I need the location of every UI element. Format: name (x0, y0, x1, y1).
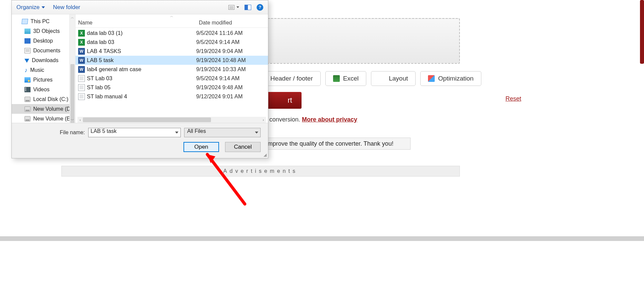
i-3d-icon (24, 29, 31, 34)
file-name: ST Lab 03 (87, 75, 196, 82)
excel-button[interactable]: Excel (325, 71, 366, 86)
file-open-dialog: Organize New folder ? This PC3D ObjectsD… (11, 0, 268, 158)
file-date: 9/5/2024 9:14 AM (196, 39, 268, 45)
tree-item[interactable]: Desktop (12, 36, 75, 46)
txt-file-icon (78, 75, 85, 82)
i-mus-icon: ♪ (24, 68, 28, 72)
file-date: 9/19/2024 10:33 AM (196, 66, 268, 72)
file-date: 9/12/2024 9:01 AM (196, 93, 268, 100)
file-date: 9/19/2024 9:04 AM (196, 48, 268, 54)
i-dl-icon (24, 59, 29, 63)
file-type-filter[interactable]: All Files (184, 128, 261, 137)
page-scrollbar[interactable] (639, 0, 644, 221)
tree-item-label: Videos (33, 87, 50, 93)
tree-item[interactable]: Documents (12, 46, 75, 55)
file-row[interactable]: lab4 general atm case9/19/2024 10:33 AM (75, 65, 268, 74)
tree-scrollbar[interactable]: ︿﹀ (69, 14, 75, 123)
tree-item-label: Pictures (33, 77, 53, 83)
file-name: data lab 03 (87, 39, 196, 45)
file-rows: data lab 03 (1)9/5/2024 11:16 AMdata lab… (75, 29, 268, 117)
scroll-right-icon[interactable]: › (261, 118, 266, 122)
tree-item[interactable]: Videos (12, 85, 75, 94)
file-name: ST lab 05 (87, 84, 196, 91)
options-toolbar: Header / footer Excel Layout Optimizatio… (253, 71, 481, 86)
resize-grip-icon[interactable] (263, 153, 267, 157)
scrollbar-thumb[interactable] (83, 117, 211, 122)
file-name: LAB 5 task (87, 57, 196, 63)
xl-file-icon (78, 39, 85, 46)
file-name: data lab 03 (1) (87, 30, 196, 36)
tree-item[interactable]: ♪Music (12, 65, 75, 75)
optimization-button[interactable]: Optimization (420, 71, 481, 86)
file-name: lab4 general atm case (87, 66, 196, 72)
preview-pane-button[interactable] (245, 5, 251, 10)
dialog-toolbar: Organize New folder ? (12, 0, 268, 14)
collapse-up-chevron[interactable]: ︿ (75, 14, 268, 18)
i-pc-icon (21, 19, 28, 24)
i-vid-icon (24, 87, 31, 92)
optimization-icon (428, 75, 435, 82)
new-folder-button[interactable]: New folder (53, 4, 80, 11)
column-date-modified[interactable]: Date modified (196, 20, 268, 26)
excel-icon (333, 75, 340, 82)
scroll-left-icon[interactable]: ‹ (77, 118, 83, 122)
filename-label: File name: (60, 130, 85, 136)
tree-item-label: New Volume (D:) (33, 106, 74, 112)
tree-item-label: Music (30, 67, 44, 73)
svg-line-0 (207, 154, 245, 204)
chevron-down-icon (42, 6, 45, 8)
file-list-header[interactable]: Name Date modified (75, 18, 268, 28)
file-row[interactable]: data lab 03 (1)9/5/2024 11:16 AM (75, 29, 268, 38)
tree-item[interactable]: This PC (12, 16, 75, 26)
reset-link[interactable]: Reset (505, 95, 521, 102)
tree-item[interactable]: New Volume (D:) (12, 104, 75, 114)
i-disk-icon (24, 97, 31, 102)
file-name: LAB 4 TASKS (87, 48, 196, 54)
list-view-icon (228, 5, 234, 10)
tree-item-label: Local Disk (C:) (33, 96, 68, 102)
chevron-down-icon (255, 132, 258, 134)
i-pic-icon (24, 77, 31, 83)
file-list-pane: ︿ Name Date modified data lab 03 (1)9/5/… (75, 14, 268, 123)
file-row[interactable]: ST lab manual 49/12/2024 9:01 AM (75, 92, 268, 101)
tree-item[interactable]: Pictures (12, 75, 75, 85)
tree-item[interactable]: New Volume (E:) (12, 114, 75, 123)
organize-menu[interactable]: Organize (16, 4, 45, 11)
wd-file-icon (78, 66, 85, 73)
txt-file-icon (78, 93, 85, 100)
navigation-tree[interactable]: This PC3D ObjectsDesktopDocumentsDownloa… (12, 14, 75, 123)
i-disk-icon (24, 106, 31, 112)
file-row[interactable]: LAB 4 TASKS9/19/2024 9:04 AM (75, 47, 268, 56)
wd-file-icon (78, 57, 85, 64)
tree-item-label: This PC (31, 18, 50, 24)
help-button[interactable]: ? (257, 4, 263, 11)
page-footer-strip (0, 236, 644, 241)
column-name[interactable]: Name (75, 20, 196, 26)
file-date: 9/19/2024 9:48 AM (196, 84, 268, 91)
privacy-link[interactable]: More about privacy (302, 116, 357, 123)
horizontal-scrollbar[interactable]: ‹ › (77, 117, 266, 123)
tree-item-label: Downloads (32, 57, 58, 63)
scrollbar-thumb[interactable] (640, 0, 644, 64)
layout-button[interactable]: Layout (371, 71, 416, 86)
i-desk-icon (24, 38, 31, 44)
wd-file-icon (78, 48, 85, 55)
donation-banner: on to improve the quality of the convert… (247, 138, 411, 150)
file-row[interactable]: LAB 5 task9/19/2024 10:48 AM (75, 56, 268, 65)
chevron-down-icon (175, 132, 178, 134)
tree-item[interactable]: Local Disk (C:) (12, 94, 75, 104)
file-row[interactable]: data lab 039/5/2024 9:14 AM (75, 38, 268, 47)
tree-item[interactable]: 3D Objects (12, 26, 75, 36)
tree-item-label: 3D Objects (33, 28, 60, 34)
i-disk-icon (24, 116, 31, 121)
dialog-bottom-bar: File name: LAB 5 task All Files Open Can… (12, 123, 268, 158)
cancel-button[interactable]: Cancel (225, 142, 261, 152)
file-row[interactable]: ST lab 059/19/2024 9:48 AM (75, 83, 268, 92)
tree-item[interactable]: Downloads (12, 55, 75, 65)
file-row[interactable]: ST Lab 039/5/2024 9:14 AM (75, 74, 268, 83)
layout-icon (379, 75, 385, 82)
open-button[interactable]: Open (183, 142, 219, 152)
i-doc-icon (24, 48, 31, 53)
filename-input[interactable]: LAB 5 task (88, 128, 181, 137)
view-mode-button[interactable] (228, 5, 239, 10)
